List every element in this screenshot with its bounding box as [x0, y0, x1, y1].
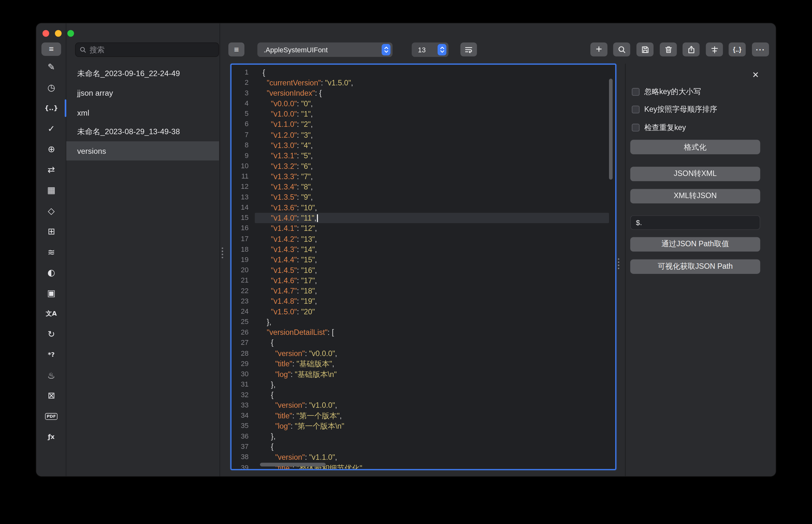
code-line[interactable]: 34 "title": "第一个版本",	[232, 411, 615, 421]
align-button[interactable]	[706, 43, 723, 56]
panel-resize-handle[interactable]	[618, 259, 619, 269]
code-line[interactable]: 22 "v1.4.7": "18",	[232, 286, 615, 296]
checkbox[interactable]	[632, 124, 639, 131]
editor-menu-button[interactable]: ≡	[228, 43, 244, 56]
export-button[interactable]	[683, 43, 700, 56]
rail-item-swap[interactable]: ⇄	[36, 160, 66, 180]
font-family-stepper[interactable]	[381, 44, 390, 55]
rail-item-palette[interactable]: ◐	[36, 262, 66, 283]
code-line[interactable]: 27 {	[232, 338, 615, 348]
checkbox-row[interactable]: Key按照字母顺序排序	[632, 105, 770, 114]
rail-item-calc[interactable]: ⊞	[36, 221, 66, 242]
rail-item-image[interactable]: ▣	[36, 283, 66, 304]
code-line[interactable]: 24 "v1.5.0": "20"	[232, 307, 615, 317]
json-path-visual-button[interactable]: 可视化获取JSON Path	[630, 259, 760, 274]
horizontal-scrollbar[interactable]	[260, 463, 326, 466]
rail-menu-button[interactable]: ≡	[42, 43, 61, 56]
code-line[interactable]: 20 "v1.4.5": "16",	[232, 265, 615, 275]
xml-to-json-button[interactable]: XML转JSON	[630, 189, 760, 203]
rail-item-qrcode[interactable]: ▦	[36, 180, 66, 201]
code-line[interactable]: 3 "versionIndex": {	[232, 88, 615, 98]
code-line[interactable]: 7 "v1.2.0": "3",	[232, 130, 615, 140]
rail-item-wifi[interactable]: ≋	[36, 242, 66, 262]
panel-resize-handle[interactable]	[222, 248, 223, 259]
code-line[interactable]: 16 "v1.4.1": "12",	[232, 224, 615, 234]
code-line[interactable]: 1{	[232, 67, 615, 78]
file-list-item[interactable]: xml	[66, 103, 219, 122]
code-line[interactable]: 10 "v1.3.2": "6",	[232, 161, 615, 171]
code-line[interactable]: 14 "v1.3.6": "10",	[232, 202, 615, 213]
code-line[interactable]: 36 },	[232, 431, 615, 441]
file-list-item[interactable]: 未命名_2023-08-29_13-49-38	[66, 122, 219, 141]
checkbox-row[interactable]: 检查重复key	[632, 122, 770, 132]
file-list-item[interactable]: versions	[66, 141, 219, 161]
rail-item-edit[interactable]: ✎	[36, 57, 66, 77]
code-line[interactable]: 21 "v1.4.6": "17",	[232, 276, 615, 286]
more-button[interactable]: ···	[752, 43, 769, 56]
checkbox-row[interactable]: 忽略key的大小写	[632, 87, 770, 96]
vertical-scrollbar[interactable]	[609, 79, 613, 179]
code-line[interactable]: 23 "v1.4.8": "19",	[232, 296, 615, 306]
code-line[interactable]: 12 "v1.3.4": "8",	[232, 182, 615, 192]
code-line[interactable]: 38 "version": "v1.1.0",	[232, 452, 615, 462]
code-line[interactable]: 29 "title": "基础版本",	[232, 359, 615, 369]
code-line[interactable]: 4 "v0.0.0": "0",	[232, 99, 615, 109]
font-size-select[interactable]: 13	[412, 43, 449, 57]
file-search-box[interactable]	[75, 43, 219, 57]
save-button[interactable]	[636, 43, 653, 56]
find-button[interactable]	[613, 43, 630, 56]
file-list-item[interactable]: 未命名_2023-09-16_22-24-49	[66, 64, 219, 83]
font-size-stepper[interactable]	[437, 44, 446, 55]
rail-item-java[interactable]: ♨	[36, 365, 66, 386]
font-family-select[interactable]: .AppleSystemUIFont	[257, 43, 392, 57]
json-editor[interactable]: 1{2 "currentVersion": "v1.5.0",3 "versio…	[230, 64, 616, 470]
format-button[interactable]: 格式化	[630, 140, 760, 154]
checkbox[interactable]	[632, 88, 639, 95]
rail-item-globe[interactable]: ⊕	[36, 139, 66, 160]
json-path-input[interactable]	[630, 215, 760, 230]
code-line[interactable]: 17 "v1.4.2": "13",	[232, 234, 615, 244]
code-line[interactable]: 26 "versionDetailList": [	[232, 327, 615, 338]
rail-item-check[interactable]: ✓	[36, 118, 66, 139]
file-list-item[interactable]: jjson array	[66, 83, 219, 103]
delete-button[interactable]	[660, 43, 677, 56]
code-line[interactable]: 35 "log": "第一个版本\n"	[232, 421, 615, 431]
rail-item-package[interactable]: ⊠	[36, 386, 66, 406]
code-line[interactable]: 9 "v1.3.1": "5",	[232, 151, 615, 161]
rail-item-help[interactable]: *?	[36, 345, 66, 365]
code-line[interactable]: 37 {	[232, 442, 615, 452]
code-line[interactable]: 8 "v1.3.0": "4",	[232, 140, 615, 150]
zoom-window-button[interactable]	[67, 30, 74, 37]
json-path-get-button[interactable]: 通过JSON Path取值	[630, 237, 760, 251]
rail-item-translate[interactable]: 文A	[36, 304, 66, 324]
braces-button[interactable]: {..}	[729, 43, 746, 56]
file-search-input[interactable]	[90, 46, 214, 54]
code-line[interactable]: 15 "v1.4.0": "11",	[232, 213, 615, 223]
code-line[interactable]: 18 "v1.4.3": "14",	[232, 244, 615, 254]
code-line[interactable]: 30 "log": "基础版本\n"	[232, 369, 615, 379]
code-line[interactable]: 5 "v1.0.0": "1",	[232, 109, 615, 119]
rail-item-history[interactable]: ↻	[36, 324, 66, 345]
rail-item-box[interactable]: ◇	[36, 201, 66, 221]
close-panel-button[interactable]: ✕	[750, 69, 761, 80]
code-line[interactable]: 11 "v1.3.3": "7",	[232, 171, 615, 182]
code-line[interactable]: 31 },	[232, 379, 615, 390]
code-line[interactable]: 33 "version": "v1.0.0",	[232, 400, 615, 410]
checkbox[interactable]	[632, 105, 639, 113]
code-line[interactable]: 2 "currentVersion": "v1.5.0",	[232, 78, 615, 88]
code-line[interactable]: 32 {	[232, 390, 615, 400]
rail-item-json[interactable]: {..}	[36, 98, 66, 118]
rail-item-pdf[interactable]: PDF	[36, 406, 66, 427]
code-line[interactable]: 13 "v1.3.5": "9",	[232, 192, 615, 202]
rail-item-formula[interactable]: ƒx	[36, 427, 66, 447]
code-line[interactable]: 25 },	[232, 317, 615, 327]
json-to-xml-button[interactable]: JSON转XML	[630, 166, 760, 181]
add-document-button[interactable]: +	[590, 43, 607, 56]
rail-item-recent[interactable]: ◷	[36, 77, 66, 98]
code-line[interactable]: 19 "v1.4.4": "15",	[232, 255, 615, 265]
wrap-text-button[interactable]	[460, 43, 477, 56]
code-line[interactable]: 28 "version": "v0.0.0",	[232, 348, 615, 358]
code-line[interactable]: 6 "v1.1.0": "2",	[232, 119, 615, 130]
close-window-button[interactable]	[42, 30, 49, 37]
minimize-window-button[interactable]	[54, 30, 61, 37]
